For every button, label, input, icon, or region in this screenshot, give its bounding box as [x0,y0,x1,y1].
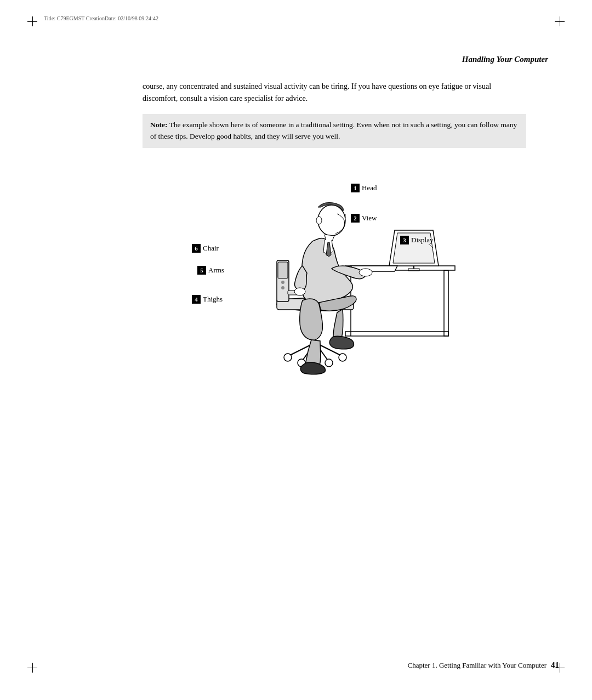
label-arms-text: Arms [208,266,224,275]
svg-point-29 [359,269,372,276]
label-view: 2 View [351,214,377,223]
svg-point-25 [339,354,346,361]
label-arms: 5 Arms [197,266,224,275]
badge-3: 3 [400,236,409,244]
svg-point-21 [284,354,292,361]
page: Title: C79EGMST CreationDate: 02/10/98 0… [0,0,592,700]
label-head: 1 Head [351,184,377,192]
corner-mark-tr [555,16,565,26]
label-view-text: View [362,214,377,223]
note-box: Note: The example shown here is of someo… [143,114,526,148]
svg-rect-2 [345,332,448,336]
posture-diagram [181,159,488,389]
header-meta: Title: C79EGMST CreationDate: 02/10/98 0… [44,15,158,21]
badge-5: 5 [197,266,206,275]
diagram-container: 1 Head 2 View 3 Display 4 Thighs 5 Arms [181,159,488,389]
svg-rect-1 [444,270,448,336]
svg-point-27 [316,217,322,224]
label-display: 3 Display [400,236,433,244]
badge-4: 4 [192,295,201,304]
svg-point-24 [325,359,333,367]
badge-2: 2 [351,214,360,223]
badge-1: 1 [351,184,360,192]
body-paragraph: course, any concentrated and sustained v… [143,81,526,104]
badge-6: 6 [192,244,201,253]
page-number: 41 [551,661,559,670]
note-text: The example shown here is of someone in … [150,121,517,140]
label-thighs: 4 Thighs [192,295,223,304]
label-display-text: Display [411,236,433,244]
footer-text: Chapter 1. Getting Familiar with Your Co… [408,661,547,670]
label-head-text: Head [362,184,377,192]
svg-rect-12 [278,262,288,278]
svg-point-30 [281,281,284,284]
note-label: Note: [150,121,167,129]
page-footer: Chapter 1. Getting Familiar with Your Co… [33,661,559,670]
content-area: course, any concentrated and sustained v… [143,81,526,389]
label-thighs-text: Thighs [203,295,223,304]
label-chair-text: Chair [203,244,219,253]
svg-point-31 [281,286,284,289]
label-chair: 6 Chair [192,244,219,253]
svg-point-28 [294,288,305,295]
corner-mark-tl [27,16,37,26]
page-title: Handling Your Computer [33,55,548,64]
